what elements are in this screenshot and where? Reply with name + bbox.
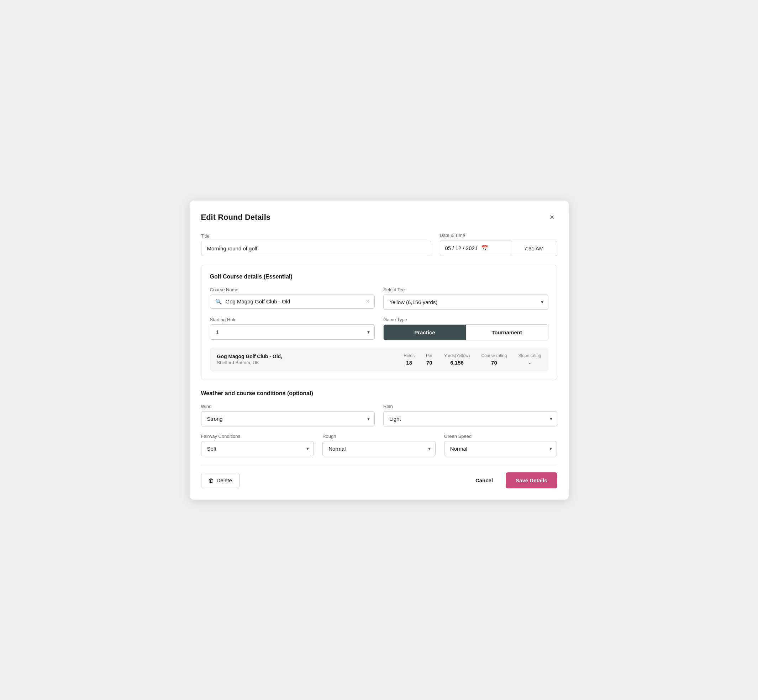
yards-stat: Yards(Yellow) 6,156 xyxy=(444,353,470,366)
edit-round-modal: Edit Round Details × Title Date & Time 0… xyxy=(190,201,568,500)
tournament-toggle-button[interactable]: Tournament xyxy=(466,325,548,340)
rough-select[interactable]: Normal xyxy=(323,441,435,456)
weather-title: Weather and course conditions (optional) xyxy=(201,390,557,397)
rough-label: Rough xyxy=(323,434,435,439)
calendar-icon: 📅 xyxy=(481,245,488,252)
starting-hole-label: Starting Hole xyxy=(210,317,375,322)
select-tee-group: Select Tee Yellow (6,156 yards) ▾ xyxy=(383,287,548,310)
holes-stat: Holes 18 xyxy=(404,353,415,366)
practice-toggle-button[interactable]: Practice xyxy=(384,325,466,340)
course-search-wrap[interactable]: 🔍 × xyxy=(210,295,375,309)
course-search-input[interactable] xyxy=(226,298,363,305)
cancel-button[interactable]: Cancel xyxy=(470,473,498,488)
close-button[interactable]: × xyxy=(547,212,557,223)
date-time-group: Date & Time 05 / 12 / 2021 📅 7:31 AM xyxy=(440,233,557,256)
weather-row-2: Fairway Conditions Soft ▾ Rough Normal ▾ xyxy=(201,434,557,456)
rain-select[interactable]: Light xyxy=(383,411,557,427)
game-type-toggle: Practice Tournament xyxy=(383,324,548,341)
trash-icon: 🗑 xyxy=(208,477,214,483)
green-speed-label: Green Speed xyxy=(444,434,557,439)
title-label: Title xyxy=(201,233,431,239)
game-type-label: Game Type xyxy=(383,317,548,322)
wind-select[interactable]: Strong xyxy=(201,411,375,427)
weather-section: Weather and course conditions (optional)… xyxy=(201,390,557,456)
modal-footer: 🗑 Delete Cancel Save Details xyxy=(201,465,557,488)
rough-group: Rough Normal ▾ xyxy=(323,434,435,456)
wind-group: Wind Strong ▾ xyxy=(201,404,375,427)
course-info-name: Gog Magog Golf Club - Old, Shelford Bott… xyxy=(217,353,393,365)
weather-row-1: Wind Strong ▾ Rain Light ▾ xyxy=(201,404,557,427)
fairway-select[interactable]: Soft xyxy=(201,441,314,456)
wind-select-wrap: Strong ▾ xyxy=(201,411,375,427)
course-top-row: Course Name 🔍 × Select Tee Yellow (6,156… xyxy=(210,287,548,310)
date-time-fields: 05 / 12 / 2021 📅 7:31 AM xyxy=(440,240,557,256)
course-bottom-row: Starting Hole 1 ▾ Game Type Practice Tou… xyxy=(210,317,548,341)
course-name-group: Course Name 🔍 × xyxy=(210,287,375,310)
modal-header: Edit Round Details × xyxy=(201,212,557,223)
par-value: 70 xyxy=(426,359,432,366)
golf-course-section: Golf Course details (Essential) Course N… xyxy=(201,265,557,380)
par-label: Par xyxy=(426,353,433,358)
title-input[interactable] xyxy=(201,241,431,256)
title-group: Title xyxy=(201,233,431,256)
rain-group: Rain Light ▾ xyxy=(383,404,557,427)
game-type-group: Game Type Practice Tournament xyxy=(383,317,548,341)
yards-label: Yards(Yellow) xyxy=(444,353,470,358)
green-speed-select[interactable]: Normal xyxy=(444,441,557,456)
course-rating-stat: Course rating 70 xyxy=(481,353,507,366)
wind-label: Wind xyxy=(201,404,375,409)
starting-hole-select[interactable]: 1 xyxy=(210,324,375,340)
slope-rating-label: Slope rating xyxy=(518,353,541,358)
course-name-label: Course Name xyxy=(210,287,375,292)
footer-right: Cancel Save Details xyxy=(470,472,557,488)
course-rating-value: 70 xyxy=(491,359,497,366)
slope-rating-stat: Slope rating - xyxy=(518,353,541,366)
course-location: Shelford Bottom, UK xyxy=(217,360,393,365)
clear-course-button[interactable]: × xyxy=(366,298,370,305)
select-tee-input[interactable]: Yellow (6,156 yards) xyxy=(383,295,548,310)
starting-hole-wrap: 1 ▾ xyxy=(210,324,375,340)
slope-rating-value: - xyxy=(529,359,531,366)
rain-select-wrap: Light ▾ xyxy=(383,411,557,427)
holes-value: 18 xyxy=(406,359,412,366)
top-row: Title Date & Time 05 / 12 / 2021 📅 7:31 … xyxy=(201,233,557,256)
golf-section-title: Golf Course details (Essential) xyxy=(210,273,548,280)
course-rating-label: Course rating xyxy=(481,353,507,358)
save-button[interactable]: Save Details xyxy=(506,472,557,488)
holes-label: Holes xyxy=(404,353,415,358)
rain-label: Rain xyxy=(383,404,557,409)
fairway-select-wrap: Soft ▾ xyxy=(201,441,314,456)
rough-select-wrap: Normal ▾ xyxy=(323,441,435,456)
starting-hole-group: Starting Hole 1 ▾ xyxy=(210,317,375,341)
course-display-name: Gog Magog Golf Club - Old, xyxy=(217,353,393,359)
green-speed-group: Green Speed Normal ▾ xyxy=(444,434,557,456)
date-field[interactable]: 05 / 12 / 2021 📅 xyxy=(440,240,511,256)
date-time-label: Date & Time xyxy=(440,233,557,238)
date-value: 05 / 12 / 2021 xyxy=(445,245,478,251)
search-icon: 🔍 xyxy=(215,298,222,305)
time-field[interactable]: 7:31 AM xyxy=(511,241,557,256)
delete-button[interactable]: 🗑 Delete xyxy=(201,473,240,488)
fairway-label: Fairway Conditions xyxy=(201,434,314,439)
yards-value: 6,156 xyxy=(450,359,464,366)
select-tee-label: Select Tee xyxy=(383,287,548,292)
select-tee-wrap: Yellow (6,156 yards) ▾ xyxy=(383,295,548,310)
green-speed-select-wrap: Normal ▾ xyxy=(444,441,557,456)
course-info-bar: Gog Magog Golf Club - Old, Shelford Bott… xyxy=(210,347,548,371)
par-stat: Par 70 xyxy=(426,353,433,366)
modal-title: Edit Round Details xyxy=(201,213,271,222)
fairway-group: Fairway Conditions Soft ▾ xyxy=(201,434,314,456)
